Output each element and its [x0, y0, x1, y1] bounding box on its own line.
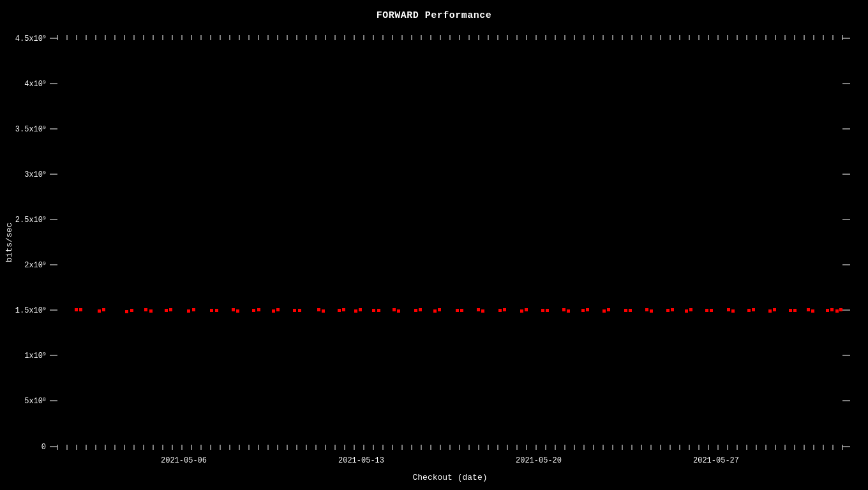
svg-rect-213: [359, 308, 362, 311]
svg-rect-215: [377, 309, 380, 312]
svg-rect-240: [645, 308, 648, 311]
svg-rect-194: [165, 309, 168, 312]
svg-rect-206: [293, 309, 296, 312]
svg-rect-251: [752, 308, 755, 311]
svg-rect-254: [789, 309, 792, 312]
y-label-4000: 4x10⁹: [24, 80, 46, 89]
svg-rect-191: [130, 309, 133, 312]
svg-rect-232: [562, 308, 565, 311]
top-ticks: [57, 35, 842, 40]
svg-rect-250: [747, 309, 751, 312]
svg-rect-202: [252, 309, 255, 312]
svg-rect-196: [187, 309, 190, 313]
svg-rect-238: [624, 309, 627, 312]
svg-rect-218: [414, 309, 417, 312]
y-label-0: 0: [41, 443, 46, 452]
svg-rect-224: [477, 308, 480, 311]
y-label-2500: 2.5x10⁹: [15, 216, 46, 225]
svg-rect-235: [586, 308, 589, 311]
svg-rect-190: [125, 310, 128, 313]
svg-rect-247: [710, 309, 713, 312]
svg-rect-223: [460, 309, 463, 312]
svg-rect-219: [419, 308, 422, 311]
svg-rect-225: [481, 309, 484, 313]
svg-rect-205: [276, 308, 280, 311]
svg-rect-198: [210, 309, 213, 312]
svg-rect-242: [666, 309, 670, 312]
svg-rect-228: [520, 309, 523, 313]
svg-rect-257: [811, 309, 814, 313]
svg-rect-214: [372, 309, 375, 312]
x-axis-title: Checkout (date): [412, 473, 487, 482]
svg-rect-244: [685, 309, 688, 313]
x-label-527: 2021-05-27: [693, 456, 739, 465]
svg-rect-231: [546, 309, 549, 312]
y-label-1000: 1x10⁹: [24, 352, 46, 360]
svg-rect-249: [731, 309, 735, 313]
svg-rect-230: [541, 309, 544, 312]
svg-rect-216: [393, 308, 396, 311]
svg-rect-204: [272, 309, 275, 313]
svg-rect-208: [317, 308, 320, 311]
svg-rect-203: [257, 308, 260, 311]
svg-rect-237: [607, 308, 610, 311]
bottom-ticks: [57, 445, 842, 450]
svg-rect-259: [830, 308, 834, 311]
svg-rect-188: [98, 309, 101, 313]
svg-rect-186: [75, 308, 78, 311]
x-label-513: 2021-05-13: [338, 456, 384, 465]
svg-rect-195: [169, 308, 172, 311]
x-label-520: 2021-05-20: [516, 456, 562, 465]
y-label-2000: 2x10⁹: [24, 261, 46, 270]
y-label-1500: 1.5x10⁹: [15, 306, 46, 315]
svg-rect-200: [232, 308, 235, 311]
data-points: [75, 308, 842, 313]
svg-rect-201: [236, 309, 239, 313]
svg-rect-236: [602, 309, 606, 313]
svg-rect-246: [705, 309, 708, 312]
chart-svg: 4.5x10⁹ 4x10⁹ 3.5x10⁹ 3x10⁹ 2.5x10⁹ 2x10…: [0, 0, 868, 490]
svg-rect-256: [807, 308, 810, 311]
chart-container: FORWARD Performance: [0, 0, 868, 490]
y-label-500: 5x10⁸: [24, 397, 46, 406]
y-axis-title: bits/sec: [4, 223, 14, 262]
svg-rect-210: [338, 309, 341, 312]
svg-rect-258: [826, 309, 829, 312]
svg-rect-226: [498, 309, 502, 312]
svg-rect-227: [503, 308, 506, 311]
svg-rect-243: [671, 308, 674, 311]
svg-rect-193: [149, 309, 153, 313]
svg-rect-229: [525, 308, 528, 311]
y-label-4500: 4.5x10⁹: [15, 34, 46, 43]
svg-rect-261: [839, 308, 842, 311]
svg-rect-234: [581, 309, 585, 312]
svg-rect-245: [689, 308, 692, 311]
svg-rect-189: [102, 308, 105, 311]
svg-rect-233: [567, 309, 570, 313]
svg-rect-197: [192, 308, 195, 311]
svg-rect-248: [727, 308, 730, 311]
y-label-3500: 3.5x10⁹: [15, 125, 46, 134]
svg-rect-239: [629, 309, 632, 312]
svg-rect-192: [144, 308, 147, 311]
svg-rect-199: [215, 309, 218, 312]
svg-rect-212: [354, 309, 357, 313]
y-label-3000: 3x10⁹: [24, 170, 46, 179]
svg-rect-209: [322, 309, 325, 313]
svg-rect-187: [79, 308, 82, 311]
svg-rect-260: [835, 309, 839, 313]
svg-rect-207: [298, 309, 301, 312]
svg-rect-211: [342, 308, 345, 311]
svg-rect-221: [438, 308, 441, 311]
svg-rect-253: [773, 308, 776, 311]
svg-rect-241: [650, 309, 653, 313]
x-label-506: 2021-05-06: [161, 456, 207, 465]
svg-rect-252: [768, 309, 772, 313]
svg-rect-217: [397, 309, 400, 313]
svg-rect-220: [433, 309, 437, 313]
svg-rect-255: [793, 309, 797, 312]
svg-rect-222: [456, 309, 459, 312]
